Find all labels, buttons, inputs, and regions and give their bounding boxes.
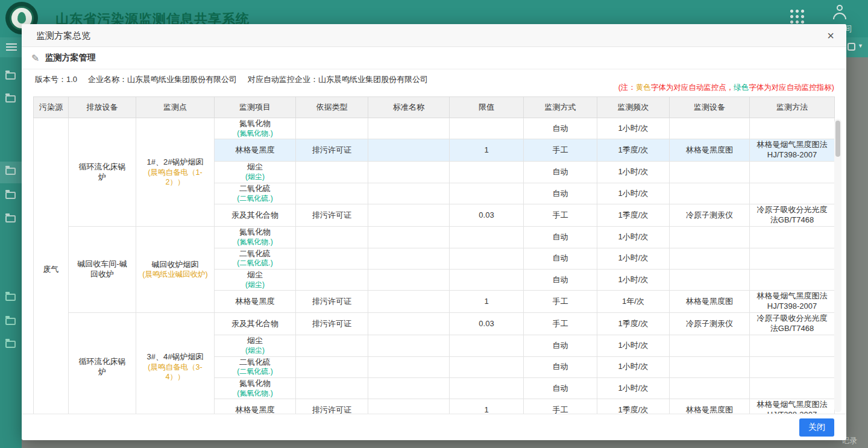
standard-cell (368, 269, 450, 290)
item-cell: 烟尘(烟尘) (215, 162, 296, 183)
method-cell (750, 248, 835, 269)
item-name: 二氧化硫 (218, 358, 292, 368)
limit-cell (450, 378, 524, 399)
limit-cell (450, 335, 524, 356)
standard-cell (368, 356, 450, 377)
standard-cell (368, 162, 450, 183)
folder-icon[interactable] (5, 95, 16, 103)
frequency-cell: 1小时/次 (597, 378, 670, 399)
user-head-icon (837, 5, 843, 11)
folder-icon[interactable] (5, 168, 16, 175)
color-legend-note: (注：黄色字体为对应自动监控点，绿色字体为对应自动监控指标) (618, 83, 834, 93)
folder-icon[interactable] (5, 192, 16, 199)
method-cell: 冷原子吸收分光光度法GB/T7468 (750, 313, 835, 335)
item-cell: 氮氧化物(氮氧化物.) (215, 118, 296, 139)
auto-monitor-indicator-label: (二氧化硫.) (218, 194, 292, 204)
basis-cell (296, 227, 368, 248)
limit-cell: 0.03 (450, 313, 524, 335)
basis-cell: 排污许可证 (296, 139, 368, 162)
column-header: 排放设备 (69, 97, 136, 118)
chevron-down-icon[interactable]: ▼ (858, 43, 863, 49)
item-name: 烟尘 (218, 270, 292, 280)
folder-icon[interactable] (5, 72, 16, 80)
frequency-cell: 1季度/次 (597, 204, 670, 227)
item-cell: 二氧化硫(二氧化硫.) (215, 356, 296, 377)
column-header: 标准名称 (368, 97, 450, 118)
equipment-cell (670, 248, 750, 269)
limit-cell: 1 (450, 291, 524, 313)
scrollbar-thumb[interactable] (835, 121, 840, 157)
mode-cell: 自动 (524, 269, 597, 290)
apps-grid-icon[interactable] (788, 8, 805, 24)
method-cell (750, 378, 835, 399)
limit-cell (450, 227, 524, 248)
column-header: 监测设备 (670, 97, 750, 118)
auto-monitor-indicator-label: (氮氧化物.) (218, 238, 292, 247)
folder-icon[interactable] (5, 215, 16, 222)
item-name: 林格曼黑度 (218, 297, 292, 307)
equipment-cell (670, 183, 750, 204)
close-button[interactable]: 关闭 (799, 418, 834, 437)
frequency-cell: 1小时/次 (597, 183, 670, 204)
limit-cell: 0.03 (450, 204, 524, 227)
basis-cell (296, 183, 368, 204)
basis-cell (296, 162, 368, 183)
table-row[interactable]: 碱回收车间-碱回收炉碱回收炉烟囱(晨鸣纸业碱回收炉)氮氧化物(氮氧化物.)自动1… (34, 227, 835, 248)
point-name: 1#、2#锅炉烟囱 (140, 157, 210, 168)
column-header: 依据类型 (296, 97, 368, 118)
standard-cell (368, 335, 450, 356)
mode-cell: 自动 (524, 118, 597, 139)
note-suffix: 字体为对应自动监控指标) (749, 83, 834, 92)
table-row[interactable]: 废气循环流化床锅炉1#、2#锅炉烟囱(晨鸣自备电（1-2））氮氧化物(氮氧化物.… (34, 118, 835, 139)
frequency-cell: 1季度/次 (597, 313, 670, 335)
section-title: 监测方案管理 (45, 52, 95, 63)
item-cell: 汞及其化合物 (215, 204, 296, 227)
note-yellow-word: 黄色 (636, 83, 651, 92)
equipment-cell (670, 162, 750, 183)
table-header-row: 污染源排放设备监测点监测项目依据类型标准名称限值监测方式监测频次监测设备监测方法 (34, 97, 835, 118)
basis-cell (296, 118, 368, 139)
pen-icon: ✎ (31, 52, 39, 64)
auto-monitor-point-label: (晨鸣自备电（1-2）） (140, 168, 210, 188)
standard-cell (368, 139, 450, 162)
basis-cell (296, 356, 368, 377)
user-icon[interactable] (832, 5, 848, 21)
point-name: 3#、4#锅炉烟囱 (140, 352, 210, 362)
version-label: 版本号：1.0 (35, 75, 77, 84)
auto-monitor-indicator-label: (二氧化硫.) (218, 259, 292, 268)
column-header: 污染源 (34, 97, 69, 118)
frequency-cell: 1小时/次 (597, 118, 670, 139)
method-cell: 林格曼烟气黑度图法HJ/T398-2007 (750, 139, 835, 162)
point-cell: 3#、4#锅炉烟囱(晨鸣自备电（3-4）） (136, 313, 215, 414)
auto-monitor-indicator-label: (二氧化硫.) (218, 367, 292, 377)
folder-icon[interactable] (5, 318, 16, 325)
section-header: ✎ 监测方案管理 (22, 47, 846, 69)
method-cell (750, 227, 835, 248)
limit-cell (450, 248, 524, 269)
frequency-cell: 1小时/次 (597, 356, 670, 377)
frequency-cell: 1小时/次 (597, 269, 670, 290)
frequency-cell: 1年/次 (597, 291, 670, 313)
table-row[interactable]: 循环流化床锅炉3#、4#锅炉烟囱(晨鸣自备电（3-4））汞及其化合物排污许可证0… (34, 313, 835, 335)
column-header: 限值 (450, 97, 524, 118)
item-name: 氮氧化物 (218, 379, 292, 389)
table-scrollbar[interactable] (834, 119, 841, 412)
item-name: 林格曼黑度 (218, 405, 292, 414)
column-header: 监测点 (136, 97, 215, 118)
column-header: 监测方法 (750, 97, 835, 118)
menu-icon[interactable] (6, 43, 17, 52)
item-cell: 林格曼黑度 (215, 399, 296, 414)
point-cell: 碱回收炉烟囱(晨鸣纸业碱回收炉) (136, 227, 215, 313)
standard-cell (368, 378, 450, 399)
close-icon[interactable]: × (827, 28, 834, 43)
folder-icon[interactable] (5, 294, 16, 301)
header-widget-icon[interactable] (848, 43, 855, 51)
method-cell (750, 269, 835, 290)
frequency-cell: 1季度/次 (597, 139, 670, 162)
equipment-cell (670, 335, 750, 356)
method-cell (750, 356, 835, 377)
item-cell: 林格曼黑度 (215, 291, 296, 313)
basis-cell: 排污许可证 (296, 291, 368, 313)
limit-cell (450, 118, 524, 139)
folder-icon[interactable] (5, 341, 16, 348)
